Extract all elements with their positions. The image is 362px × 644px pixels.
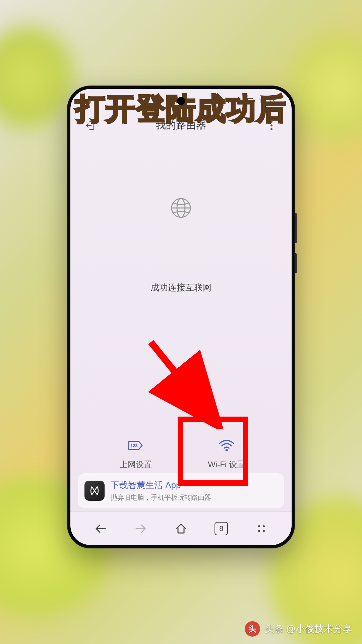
svg-line-73 [153, 160, 158, 169]
wifi-settings-button[interactable]: Wi-Fi 设置 [181, 432, 272, 475]
svg-line-75 [162, 156, 165, 166]
app-card-subtitle: 抛弃旧电脑，手机平板玩转路由器 [111, 493, 211, 502]
svg-line-50 [149, 246, 155, 255]
svg-line-8 [185, 153, 186, 163]
svg-line-10 [193, 154, 195, 164]
svg-line-45 [171, 254, 173, 264]
internet-settings-button[interactable]: 123 上网设置 [90, 432, 181, 475]
svg-text:123: 123 [130, 443, 138, 448]
svg-line-56 [130, 228, 139, 232]
svg-line-53 [138, 238, 146, 245]
svg-point-83 [225, 449, 228, 451]
phone-screen: B N 15:33 我的路由器 [70, 89, 292, 545]
svg-line-15 [210, 166, 217, 173]
svg-line-13 [204, 160, 209, 169]
svg-line-30 [223, 228, 232, 232]
tabs-button[interactable]: 8 [213, 520, 230, 537]
app-download-card[interactable]: 下载智慧生活 App 抛弃旧电脑，手机平板玩转路由器 [78, 473, 284, 508]
svg-line-63 [126, 199, 136, 201]
svg-line-38 [200, 250, 205, 260]
svg-line-71 [145, 166, 152, 173]
svg-line-77 [171, 153, 173, 163]
background-decor [0, 27, 74, 127]
svg-line-52 [141, 241, 148, 248]
volume-button [295, 213, 297, 243]
svg-line-41 [189, 254, 191, 264]
svg-line-47 [162, 252, 165, 262]
svg-line-29 [224, 224, 234, 228]
watermark-badge-icon: 头 [245, 621, 260, 637]
svg-line-66 [130, 185, 139, 189]
svg-line-62 [125, 204, 135, 205]
svg-line-64 [127, 194, 136, 197]
svg-line-42 [185, 254, 186, 264]
watermark-prefix: 头条 @ [265, 624, 296, 634]
overlay-caption: 打开登陆成功后 [75, 89, 287, 129]
svg-line-67 [132, 180, 141, 185]
svg-line-37 [204, 248, 209, 257]
svg-line-69 [138, 173, 146, 179]
svg-line-49 [153, 248, 158, 257]
svg-line-65 [128, 190, 138, 193]
svg-line-9 [189, 153, 191, 163]
svg-line-32 [219, 235, 227, 240]
power-button [295, 253, 297, 273]
svg-line-17 [216, 173, 224, 179]
connection-status-dial: 成功连接互联网 [70, 138, 292, 297]
grid-menu-icon [258, 525, 265, 532]
watermark: 头 头条 @小俊技术分享 [245, 621, 352, 637]
svg-line-16 [214, 169, 221, 176]
background-decor [288, 34, 362, 141]
svg-line-20 [223, 185, 232, 189]
wifi-icon [218, 437, 235, 454]
svg-line-33 [216, 238, 224, 245]
tabs-count: 8 [215, 522, 228, 535]
app-card-title: 下载智慧生活 App [111, 479, 211, 491]
svg-line-12 [200, 158, 205, 167]
globe-icon [169, 196, 193, 221]
camera-notch [177, 97, 185, 105]
home-button[interactable] [173, 520, 189, 537]
svg-line-59 [126, 217, 136, 218]
settings-tiles: 123 上网设置 Wi-Fi 设置 [70, 432, 292, 475]
svg-line-11 [197, 156, 200, 166]
app-icon [84, 481, 105, 501]
svg-line-26 [227, 213, 237, 214]
svg-line-23 [226, 199, 236, 201]
svg-line-19 [221, 180, 229, 185]
svg-line-74 [157, 158, 162, 167]
svg-line-60 [125, 213, 135, 214]
svg-line-57 [128, 224, 138, 228]
tile-label: 上网设置 [120, 459, 152, 470]
tile-label: Wi-Fi 设置 [208, 459, 245, 470]
svg-line-44 [176, 254, 177, 264]
svg-line-40 [193, 253, 195, 263]
svg-line-54 [135, 235, 143, 240]
svg-line-31 [221, 231, 229, 236]
back-button[interactable] [92, 520, 109, 537]
svg-line-34 [214, 241, 221, 248]
svg-line-14 [207, 163, 213, 171]
svg-line-24 [227, 204, 237, 205]
svg-line-58 [127, 220, 136, 223]
svg-line-35 [210, 244, 217, 252]
svg-line-21 [224, 190, 234, 193]
forward-button[interactable] [132, 520, 149, 537]
svg-line-76 [167, 154, 169, 164]
svg-line-27 [226, 217, 236, 218]
svg-line-70 [141, 169, 148, 176]
connection-status-text: 成功连接互联网 [150, 282, 212, 293]
svg-line-22 [225, 194, 235, 197]
watermark-author: 小俊技术分享 [296, 624, 352, 634]
svg-line-68 [135, 176, 143, 182]
svg-line-72 [149, 163, 155, 171]
menu-button[interactable] [253, 520, 270, 537]
svg-line-78 [176, 153, 177, 163]
svg-line-46 [167, 253, 169, 263]
svg-line-28 [225, 220, 235, 223]
svg-line-18 [219, 176, 227, 182]
svg-line-39 [197, 252, 200, 262]
svg-line-48 [157, 250, 162, 260]
tag-123-icon: 123 [127, 437, 144, 454]
browser-nav-bar: 8 [70, 512, 292, 545]
